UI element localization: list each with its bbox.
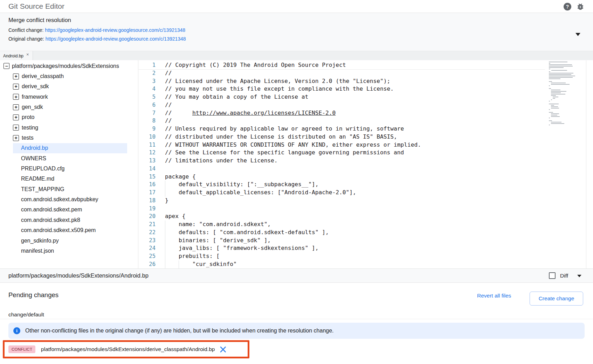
expand-icon[interactable]: +	[13, 135, 19, 141]
code-text: // Licensed under the Apache License, Ve…	[165, 77, 390, 85]
expand-icon[interactable]: +	[13, 84, 19, 90]
tree-file-label: TEST_MAPPING	[21, 186, 64, 192]
tree-folder-gen_sdk[interactable]: +gen_sdk	[0, 102, 138, 112]
tab-close-icon[interactable]: ×	[26, 53, 29, 56]
code-line[interactable]: 14	[139, 165, 545, 173]
expand-icon[interactable]: +	[13, 104, 19, 110]
expand-icon[interactable]: +	[13, 94, 19, 100]
tree-file-com.android.sdkext.avbpubkey[interactable]: com.android.sdkext.avbpubkey	[0, 194, 138, 204]
code-line[interactable]: 16 default_visibility: [":__subpackages_…	[139, 181, 545, 189]
code-text: package {	[165, 173, 196, 181]
tree-folder-label: proto	[22, 114, 34, 120]
code-line[interactable]: 5// You may obtain a copy of the License…	[139, 93, 545, 101]
diff-dropdown-icon[interactable]	[577, 275, 581, 277]
code-line[interactable]: 26 "cur_sdkinfo"	[139, 260, 545, 268]
create-change-button[interactable]: Create change	[530, 292, 583, 306]
minimap-line	[549, 81, 552, 82]
tree-file-manifest.json[interactable]: manifest.json	[0, 246, 138, 256]
editor-scrollbar[interactable]	[586, 60, 586, 268]
code-line[interactable]: 20apex {	[139, 212, 545, 220]
tree-folder-tests[interactable]: +tests	[0, 133, 138, 143]
code-line[interactable]: 13// limitations under the License.	[139, 157, 545, 165]
code-line[interactable]: 24 java_libs: [ "framework-sdkextensions…	[139, 244, 545, 252]
tree-file-com.android.sdkext.pk8[interactable]: com.android.sdkext.pk8	[0, 215, 138, 225]
original-change-link[interactable]: https://googleplex-android-review.google…	[46, 36, 186, 42]
tree-file-README.md[interactable]: README.md	[0, 174, 138, 184]
page-title: Git Source Editor	[8, 0, 64, 13]
indent-guide	[165, 229, 165, 237]
editor-minimap[interactable]	[549, 62, 581, 126]
minimap-line	[549, 102, 581, 103]
collapse-merge-panel-icon[interactable]	[575, 33, 580, 36]
diff-checkbox[interactable]	[549, 272, 556, 279]
tree-folder-testing[interactable]: +testing	[0, 122, 138, 133]
line-number: 4	[139, 85, 156, 93]
minimap-line	[551, 106, 558, 107]
tree-root-SdkExtensions[interactable]: −platform/packages/modules/SdkExtensions	[0, 61, 138, 71]
tree-file-Android.bp[interactable]: Android.bp	[0, 143, 138, 153]
code-line[interactable]: 10// distributed under the License is di…	[139, 133, 545, 141]
remove-conflict-file-icon[interactable]	[220, 346, 226, 353]
expand-icon[interactable]: +	[13, 125, 19, 131]
tree-folder-label: testing	[22, 125, 38, 131]
tab-android-bp[interactable]: Android.bp ×	[0, 51, 33, 61]
tree-folder-derive_classpath[interactable]: +derive_classpath	[0, 71, 138, 81]
code-line[interactable]: 6//	[139, 101, 545, 109]
minimap-line	[549, 73, 573, 74]
code-line[interactable]: 3// Licensed under the Apache License, V…	[139, 77, 545, 85]
code-line[interactable]: 19	[139, 205, 545, 213]
tree-file-OWNERS[interactable]: OWNERS	[0, 153, 138, 163]
code-line[interactable]: 11// WITHOUT WARRANTIES OR CONDITIONS OF…	[139, 141, 545, 149]
code-text: name: "com.android.sdkext",	[165, 220, 271, 229]
tree-folder-proto[interactable]: +proto	[0, 112, 138, 122]
tree-file-com.android.sdkext.x509.pem[interactable]: com.android.sdkext.x509.pem	[0, 225, 138, 236]
bug-report-icon[interactable]	[576, 2, 585, 11]
minimap-line	[549, 63, 550, 64]
code-editor[interactable]: 1// Copyright (C) 2019 The Android Open …	[139, 60, 593, 268]
minimap-line	[549, 111, 581, 111]
code-line[interactable]: 1// Copyright (C) 2019 The Android Open …	[139, 61, 545, 69]
line-number: 24	[139, 244, 156, 252]
help-icon[interactable]: ?	[564, 3, 571, 10]
code-text: //	[165, 117, 172, 125]
revert-all-files-button[interactable]: Revert all files	[477, 293, 511, 299]
line-number: 6	[139, 101, 156, 109]
code-line[interactable]: 17 default_applicable_licenses: ["Androi…	[139, 189, 545, 197]
tree-file-com.android.sdkext.pem[interactable]: com.android.sdkext.pem	[0, 205, 138, 215]
collapse-icon[interactable]: −	[4, 63, 9, 69]
code-text: apex {	[165, 212, 185, 220]
tree-file-gen_sdkinfo.py[interactable]: gen_sdkinfo.py	[0, 236, 138, 246]
code-text: }	[165, 197, 168, 205]
code-line[interactable]: 25 prebuilts: [	[139, 252, 545, 260]
code-line[interactable]: 21 name: "com.android.sdkext",	[139, 220, 545, 229]
code-line[interactable]: 2//	[139, 69, 545, 77]
file-tree: −platform/packages/modules/SdkExtensions…	[0, 60, 138, 268]
code-text: // WITHOUT WARRANTIES OR CONDITIONS OF A…	[165, 141, 421, 149]
code-line[interactable]: 22 defaults: [ "com.android.sdkext-defau…	[139, 229, 545, 237]
code-url-link[interactable]: http://www.apache.org/licenses/LICENSE-2…	[192, 110, 336, 116]
code-line[interactable]: 23 binaries: [ "derive_sdk" ],	[139, 237, 545, 245]
info-banner: i Other non-conflicting files in the ori…	[8, 323, 585, 339]
tree-folder-framework[interactable]: +framework	[0, 92, 138, 102]
app-header: Git Source Editor ?	[0, 0, 593, 13]
code-line[interactable]: 8//	[139, 117, 545, 125]
code-text: defaults: [ "com.android.sdkext-defaults…	[165, 229, 329, 237]
code-line[interactable]: 7// http://www.apache.org/licenses/LICEN…	[139, 109, 545, 117]
conflict-change-link[interactable]: https://googleplex-android-review.google…	[45, 27, 185, 33]
expand-icon[interactable]: +	[13, 74, 19, 79]
tree-file-PREUPLOAD.cfg[interactable]: PREUPLOAD.cfg	[0, 163, 138, 174]
minimap-line	[549, 66, 573, 66]
code-line[interactable]: 4// you may not use this file except in …	[139, 85, 545, 93]
code-line[interactable]: 12// See the License for the specific la…	[139, 149, 545, 157]
tree-folder-derive_sdk[interactable]: +derive_sdk	[0, 82, 138, 92]
tree-file-TEST_MAPPING[interactable]: TEST_MAPPING	[0, 184, 138, 194]
code-line[interactable]: 9// Unless required by applicable law or…	[139, 125, 545, 133]
code-text: //	[165, 101, 172, 109]
expand-icon[interactable]: +	[13, 114, 19, 120]
code-line[interactable]: 15package {	[139, 173, 545, 181]
info-banner-text: Other non-conflicting files in the origi…	[25, 328, 334, 334]
minimap-line	[551, 91, 566, 92]
info-icon: i	[13, 327, 20, 334]
code-line[interactable]: 18}	[139, 197, 545, 205]
indent-guide	[165, 189, 165, 197]
